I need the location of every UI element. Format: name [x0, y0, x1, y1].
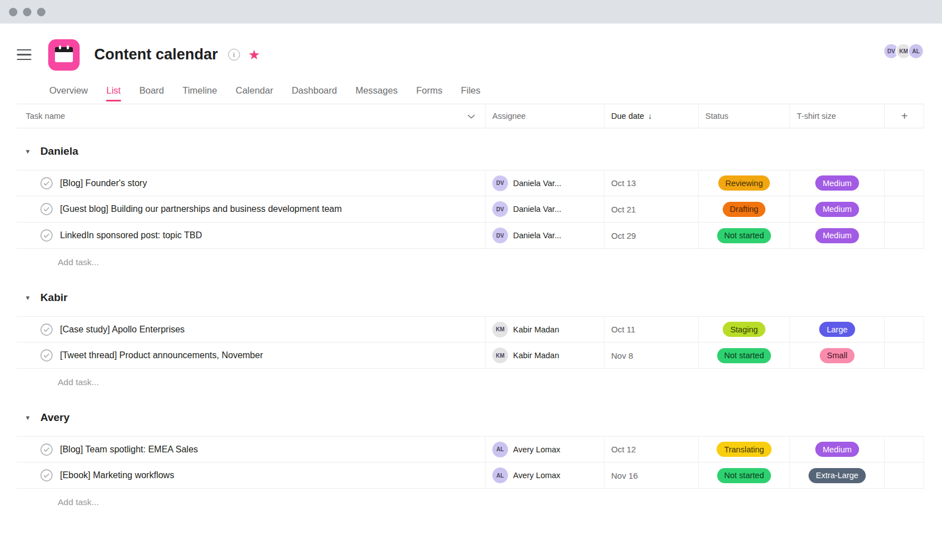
section-collapse-icon[interactable]: ▼ [25, 148, 31, 155]
window-close-button[interactable] [9, 8, 17, 16]
tshirt-size-cell[interactable]: Medium [789, 437, 884, 462]
complete-check-icon[interactable] [40, 469, 53, 482]
status-badge: Reviewing [718, 175, 770, 191]
status-badge: Not started [717, 348, 772, 363]
status-cell[interactable]: Not started [698, 462, 789, 488]
window-maximize-button[interactable] [37, 8, 45, 16]
tab-calendar[interactable]: Calendar [236, 77, 273, 104]
complete-check-icon[interactable] [40, 349, 53, 362]
section-collapse-icon[interactable]: ▼ [25, 414, 31, 421]
task-row: [Blog] Founder's story DV Daniela Var...… [17, 170, 924, 196]
assignee-avatar: AL [492, 442, 508, 457]
task-name[interactable]: [Tweet thread] Product announcements, No… [60, 350, 263, 360]
column-header-task-name[interactable]: Task name [17, 104, 485, 128]
assignee-avatar: DV [492, 201, 508, 217]
column-header-due-date[interactable]: Due date ↓ [604, 104, 698, 128]
tab-files[interactable]: Files [461, 77, 481, 104]
assignee-cell[interactable]: DV Daniela Var... [485, 223, 604, 248]
add-task-button[interactable]: Add task... [58, 257, 99, 267]
section-collapse-icon[interactable]: ▼ [25, 294, 31, 301]
extra-cell [884, 343, 924, 368]
status-cell[interactable]: Reviewing [698, 170, 789, 196]
tshirt-size-cell[interactable]: Medium [789, 196, 884, 222]
task-name[interactable]: [Ebook] Marketing workflows [60, 470, 174, 480]
section-title[interactable]: Daniela [40, 145, 78, 158]
section-title[interactable]: Avery [40, 411, 70, 424]
assignee-cell[interactable]: DV Daniela Var... [485, 170, 604, 196]
status-cell[interactable]: Drafting [698, 196, 789, 222]
tab-list[interactable]: List [107, 77, 121, 104]
complete-check-icon[interactable] [40, 203, 53, 215]
column-header-assignee[interactable]: Assignee [485, 104, 604, 128]
extra-cell [884, 437, 924, 462]
hamburger-menu-icon[interactable] [17, 49, 31, 61]
assignee-name: Daniela Var... [513, 205, 561, 214]
favorite-star-icon[interactable]: ★ [248, 48, 261, 62]
complete-check-icon[interactable] [40, 229, 53, 242]
status-cell[interactable]: Staging [698, 317, 789, 342]
tab-overview[interactable]: Overview [49, 77, 88, 104]
complete-check-icon[interactable] [40, 443, 53, 456]
task-name[interactable]: [Guest blog] Building our partnerships a… [60, 204, 342, 214]
status-cell[interactable]: Not started [698, 343, 789, 368]
assignee-cell[interactable]: AL Avery Lomax [485, 462, 604, 488]
tshirt-size-cell[interactable]: Medium [789, 170, 884, 196]
due-date-cell[interactable]: Oct 29 [604, 223, 698, 248]
tshirt-size-cell[interactable]: Small [789, 343, 884, 368]
task-row: [Ebook] Marketing workflows AL Avery Lom… [17, 462, 924, 489]
tab-forms[interactable]: Forms [416, 77, 442, 104]
section-title[interactable]: Kabir [40, 291, 68, 304]
status-cell[interactable]: Not started [698, 223, 789, 248]
size-badge: Medium [815, 202, 859, 217]
due-date-cell[interactable]: Oct 13 [604, 170, 698, 196]
complete-check-icon[interactable] [40, 177, 53, 189]
due-date-cell[interactable]: Nov 8 [604, 343, 698, 368]
info-icon[interactable]: i [228, 49, 240, 61]
section-header-row: ▼ Daniela [17, 138, 924, 164]
add-task-row[interactable]: Add task... [17, 249, 924, 276]
due-date-cell[interactable]: Oct 12 [604, 437, 698, 462]
task-name[interactable]: [Blog] Team spotlight: EMEA Sales [60, 445, 198, 455]
add-column-button[interactable]: + [884, 104, 924, 128]
status-cell[interactable]: Translating [698, 437, 789, 462]
extra-cell [884, 223, 924, 248]
add-task-button[interactable]: Add task... [58, 377, 99, 387]
due-date-cell[interactable]: Oct 11 [604, 317, 698, 342]
due-date-cell[interactable]: Oct 21 [604, 196, 698, 222]
column-header-tshirt-size[interactable]: T-shirt size [789, 104, 884, 128]
task-name[interactable]: LinkedIn sponsored post: topic TBD [60, 230, 202, 240]
add-task-row[interactable]: Add task... [17, 369, 924, 396]
tshirt-size-cell[interactable]: Medium [789, 223, 884, 248]
assignee-avatar: KM [492, 348, 508, 363]
window-minimize-button[interactable] [23, 8, 31, 16]
chevron-down-icon[interactable] [468, 112, 475, 121]
task-name-cell: [Case study] Apollo Enterprises [17, 317, 485, 342]
status-badge: Translating [717, 442, 771, 457]
calendar-glyph [55, 47, 73, 62]
add-task-row[interactable]: Add task... [17, 489, 924, 516]
complete-check-icon[interactable] [40, 323, 53, 336]
due-date-cell[interactable]: Nov 16 [604, 462, 698, 488]
assignee-name: Daniela Var... [513, 179, 561, 188]
assignee-cell[interactable]: AL Avery Lomax [485, 437, 604, 462]
column-header-status[interactable]: Status [698, 104, 789, 128]
assignee-cell[interactable]: KM Kabir Madan [485, 343, 604, 368]
tab-dashboard[interactable]: Dashboard [292, 77, 337, 104]
task-name[interactable]: [Case study] Apollo Enterprises [60, 325, 184, 335]
avatar[interactable]: AL [908, 43, 924, 59]
section-header-row: ▼ Kabir [17, 285, 924, 311]
assignee-cell[interactable]: KM Kabir Madan [485, 317, 604, 342]
tab-messages[interactable]: Messages [355, 77, 398, 104]
tshirt-size-cell[interactable]: Large [789, 317, 884, 342]
size-badge: Medium [815, 228, 859, 243]
tab-board[interactable]: Board [139, 77, 164, 104]
add-task-button[interactable]: Add task... [58, 497, 99, 507]
tshirt-size-cell[interactable]: Extra-Large [789, 462, 884, 488]
task-name[interactable]: [Blog] Founder's story [60, 178, 147, 188]
assignee-cell[interactable]: DV Daniela Var... [485, 196, 604, 222]
task-row: [Case study] Apollo Enterprises KM Kabir… [17, 316, 924, 343]
assignee-avatar: AL [492, 468, 508, 483]
column-label: Due date [611, 112, 644, 121]
due-date: Nov 8 [611, 351, 633, 360]
tab-timeline[interactable]: Timeline [182, 77, 217, 104]
